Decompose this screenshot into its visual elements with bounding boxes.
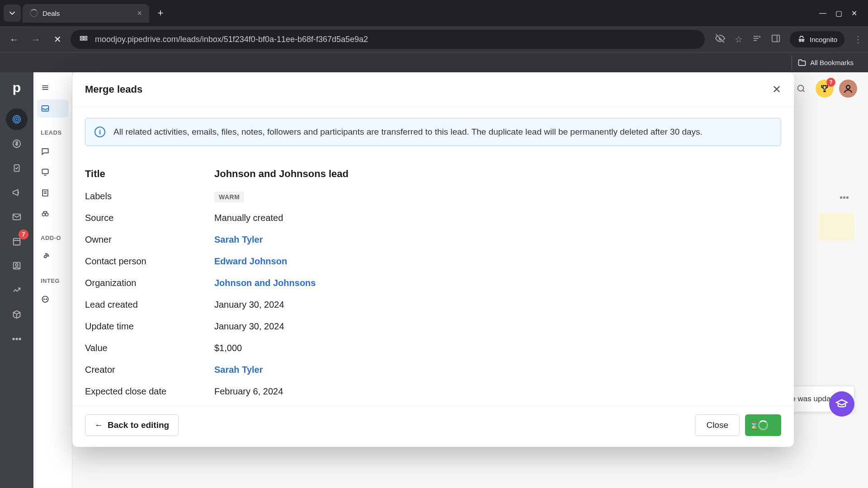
creator-link[interactable]: Sarah Tyler	[214, 362, 263, 377]
svg-rect-2	[80, 39, 83, 40]
back-to-editing-button[interactable]: ← Back to editing	[85, 414, 179, 436]
nav-campaigns[interactable]	[6, 182, 28, 203]
nav-products[interactable]	[6, 304, 28, 325]
loading-spinner-icon	[30, 9, 38, 17]
close-window-icon[interactable]: ✕	[851, 9, 857, 18]
radar-icon	[41, 252, 50, 261]
detail-label: Update time	[85, 319, 214, 333]
svg-point-30	[44, 256, 47, 258]
app-logo[interactable]: p	[7, 78, 27, 98]
svg-point-36	[846, 85, 850, 89]
section-heading-leads: LEADS	[41, 129, 65, 136]
minimize-icon[interactable]: —	[819, 9, 826, 18]
stop-reload-button[interactable]: ✕	[49, 31, 66, 48]
detail-label: Contact person	[85, 254, 214, 268]
svg-point-11	[16, 119, 17, 120]
svg-point-34	[798, 85, 804, 91]
merge-leads-modal: Merge leads ✕ i All related activities, …	[72, 72, 794, 447]
incognito-label: Incognito	[810, 36, 837, 43]
back-button[interactable]: ←	[5, 31, 23, 48]
tabs-dropdown[interactable]	[4, 5, 21, 22]
header-actions: ?	[792, 80, 857, 98]
svg-line-35	[803, 90, 805, 92]
info-text: All related activities, emails, files, n…	[113, 127, 703, 137]
box-icon	[12, 310, 22, 319]
nav-insights[interactable]	[6, 279, 28, 301]
side-panel-icon[interactable]	[771, 33, 781, 46]
inbox-icon	[41, 104, 50, 113]
section-heading-addons: ADD-O	[41, 235, 65, 241]
detail-row-created: Lead created January 30, 2024	[85, 294, 781, 315]
activities-badge: 7	[19, 230, 28, 239]
search-icon[interactable]	[792, 80, 810, 98]
detail-row-closedate: Expected close date February 6, 2024	[85, 380, 781, 402]
help-badge: ?	[826, 78, 835, 87]
sidebar-item-forms[interactable]	[37, 184, 68, 202]
graduation-cap-icon	[835, 398, 848, 410]
user-avatar[interactable]	[839, 80, 857, 98]
hourglass-cursor-icon: ⌛	[750, 421, 759, 430]
nav-leads[interactable]	[6, 108, 28, 130]
modal-title: Merge leads	[85, 84, 142, 95]
merge-confirm-button[interactable]: ⌛	[745, 414, 781, 436]
nav-more[interactable]: •••	[6, 328, 28, 350]
incognito-indicator[interactable]: Incognito	[790, 31, 844, 47]
close-tab-icon[interactable]: ×	[137, 9, 142, 18]
chevron-down-icon	[7, 8, 17, 18]
sidebar-item-inbox[interactable]	[37, 99, 68, 117]
folder-icon	[797, 58, 807, 67]
all-bookmarks-button[interactable]: All Bookmarks	[792, 56, 859, 70]
target-icon	[12, 114, 22, 124]
detail-more-icon[interactable]: •••	[840, 192, 849, 203]
bookmark-star-icon[interactable]: ☆	[735, 34, 743, 45]
back-label: Back to editing	[108, 420, 169, 430]
sidebar-item-prospector[interactable]	[37, 205, 68, 223]
close-button[interactable]: Close	[695, 414, 740, 436]
detail-label: Value	[85, 341, 214, 355]
new-tab-button[interactable]: +	[154, 6, 167, 20]
browser-menu-icon[interactable]: ⋮	[854, 34, 863, 45]
browser-tab[interactable]: Deals ×	[23, 4, 149, 23]
svg-rect-15	[14, 239, 20, 245]
contact-link[interactable]: Edward Johnson	[214, 254, 287, 268]
detail-label: Organization	[85, 276, 214, 290]
site-settings-icon[interactable]	[79, 34, 89, 44]
modal-body: i All related activities, emails, files,…	[72, 107, 794, 406]
nav-toggle[interactable]	[37, 79, 68, 97]
more-dots-icon: •••	[12, 334, 21, 344]
form-icon	[41, 188, 50, 197]
info-banner: i All related activities, emails, files,…	[85, 118, 781, 146]
lead-details: Title Johnson and Johnsons lead Labels W…	[85, 162, 781, 402]
detail-label: Owner	[85, 232, 214, 247]
url-bar[interactable]: moodjoy.pipedrive.com/leads/inbox/51f234…	[71, 30, 705, 49]
nav-activities[interactable]: 7	[6, 230, 28, 252]
nav-contacts[interactable]	[6, 255, 28, 277]
reading-list-icon[interactable]	[752, 33, 762, 46]
nav-deals[interactable]	[6, 133, 28, 155]
sidebar-item-live[interactable]	[37, 163, 68, 181]
sidebar-item-integration[interactable]	[37, 291, 68, 309]
incognito-icon	[797, 35, 806, 44]
achievements-icon[interactable]: ?	[816, 80, 834, 98]
warm-badge: WARM	[214, 192, 244, 202]
binoculars-icon	[41, 209, 50, 218]
nav-mail[interactable]	[6, 206, 28, 228]
detail-row-source: Source Manually created	[85, 207, 781, 229]
detail-value: WARM	[214, 189, 244, 203]
owner-link[interactable]: Sarah Tyler	[214, 232, 263, 247]
chart-icon	[12, 285, 22, 295]
help-fab[interactable]	[829, 391, 854, 417]
svg-point-33	[46, 299, 47, 300]
all-bookmarks-label: All Bookmarks	[810, 59, 854, 66]
sidebar-item-addon[interactable]	[37, 248, 68, 266]
detail-value: Manually created	[214, 211, 283, 225]
sidebar-item-chat[interactable]	[37, 142, 68, 160]
modal-close-button[interactable]: ✕	[772, 83, 781, 96]
maximize-icon[interactable]: ▢	[835, 9, 842, 18]
mail-icon	[12, 212, 22, 222]
visibility-off-icon[interactable]	[715, 33, 726, 46]
organization-link[interactable]: Johnson and Johnsons	[214, 276, 316, 290]
nav-projects[interactable]	[6, 157, 28, 179]
forward-button[interactable]: →	[27, 31, 44, 48]
detail-label: Labels	[85, 189, 214, 203]
